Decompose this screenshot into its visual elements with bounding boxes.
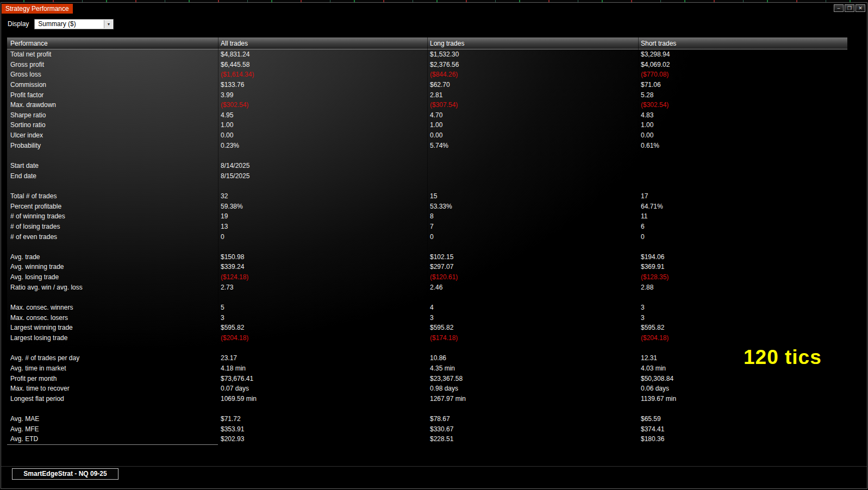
- row-value: ($844.26): [427, 70, 638, 80]
- row-value: [427, 242, 638, 252]
- column-header-short-trades: Short trades: [638, 37, 847, 49]
- row-value: 1.00: [638, 120, 847, 130]
- row-value: 3: [218, 313, 427, 323]
- row-label: End date: [7, 171, 218, 181]
- row-value: $595.82: [638, 323, 847, 333]
- row-value: 2.88: [638, 282, 847, 293]
- row-label: Commission: [7, 80, 218, 90]
- row-value: 5.74%: [427, 141, 638, 151]
- row-label: Ulcer index: [7, 130, 218, 141]
- row-label: [7, 343, 218, 354]
- tab-strip: SmartEdgeStrat - NQ 09-25: [1, 466, 867, 488]
- row-value: $228.51: [427, 434, 638, 444]
- row-label: Avg. # of trades per day: [7, 353, 218, 363]
- display-dropdown[interactable]: Summary ($) ▼: [34, 19, 114, 29]
- table-row: Longest flat period1069.59 min1267.97 mi…: [7, 394, 847, 404]
- row-value: 4.18 min: [218, 363, 427, 374]
- row-value: $194.06: [638, 252, 847, 262]
- row-label: # of winning trades: [7, 211, 218, 222]
- table-row: Avg. time in market4.18 min4.35 min4.03 …: [7, 363, 847, 374]
- minimize-button[interactable]: –: [834, 4, 844, 12]
- table-row: Ratio avg. win / avg. loss2.732.462.88: [7, 282, 847, 293]
- table-row: Sortino ratio1.001.001.00: [7, 120, 847, 130]
- row-value: [427, 150, 638, 161]
- table-spacer-row: [7, 343, 847, 354]
- row-label: Profit per month: [7, 374, 218, 384]
- row-label: Max. consec. losers: [7, 313, 218, 323]
- row-value: $71.72: [218, 414, 427, 424]
- chevron-down-icon[interactable]: ▼: [104, 20, 113, 28]
- row-value: ($120.61): [427, 272, 638, 282]
- table-row: # of winning trades19811: [7, 211, 847, 222]
- table-row: Avg. trade$150.98$102.15$194.06: [7, 252, 847, 262]
- row-value: [218, 343, 427, 354]
- row-value: ($770.08): [638, 70, 847, 80]
- row-value: [638, 404, 847, 414]
- row-value: 5: [218, 303, 427, 313]
- row-label: # of losing trades: [7, 222, 218, 232]
- row-label: Start date: [7, 161, 218, 171]
- row-value: [427, 343, 638, 354]
- row-label: Max. drawdown: [7, 100, 218, 110]
- row-value: $595.82: [218, 323, 427, 333]
- row-label: [7, 181, 218, 191]
- row-value: 0: [218, 232, 427, 242]
- row-value: ($1,614.34): [218, 70, 427, 80]
- table-row: Profit per month$73,676.41$23,367.58$50,…: [7, 374, 847, 384]
- row-value: $374.41: [638, 424, 847, 435]
- tab-smartedgestrat-nq-09-25[interactable]: SmartEdgeStrat - NQ 09-25: [12, 468, 118, 480]
- close-button[interactable]: ✕: [855, 4, 865, 12]
- row-value: [638, 181, 847, 191]
- row-value: [218, 292, 427, 303]
- row-value: 15: [427, 191, 638, 202]
- row-value: 0.23%: [218, 141, 427, 151]
- row-value: 0.00: [218, 130, 427, 141]
- table-row: Avg. losing trade($124.18)($120.61)($128…: [7, 272, 847, 282]
- row-value: 1.00: [218, 120, 427, 130]
- table-spacer-row: [7, 292, 847, 303]
- table-row: Avg. MAE$71.72$78.67$65.59: [7, 414, 847, 424]
- row-value: 0: [638, 232, 847, 242]
- row-value: $23,367.58: [427, 374, 638, 384]
- table-row: Avg. ETD$202.93$228.51$180.36: [7, 434, 847, 444]
- row-value: $297.07: [427, 262, 638, 272]
- row-value: [638, 171, 847, 181]
- row-label: Avg. losing trade: [7, 272, 218, 282]
- table-row: # of even trades000: [7, 232, 847, 242]
- maximize-button[interactable]: ❐: [845, 4, 854, 12]
- table-row: Start date8/14/2025: [7, 161, 847, 171]
- row-label: [7, 242, 218, 252]
- row-value: ($307.54): [427, 100, 638, 110]
- row-value: ($128.35): [638, 272, 847, 282]
- table-spacer-row: [7, 242, 847, 252]
- row-value: 19: [218, 211, 427, 222]
- table-row: Max. consec. losers333: [7, 313, 847, 323]
- row-value: [427, 181, 638, 191]
- table-row: End date8/15/2025: [7, 171, 847, 181]
- row-label: [7, 404, 218, 414]
- row-value: 4: [427, 303, 638, 313]
- row-value: [427, 171, 638, 181]
- row-value: $1,532.30: [427, 49, 638, 60]
- title-bar[interactable]: Strategy Performance – ❐ ✕: [1, 3, 867, 14]
- row-value: 53.33%: [427, 202, 638, 212]
- row-value: $102.15: [427, 252, 638, 262]
- row-value: $62.70: [427, 80, 638, 90]
- row-value: $133.76: [218, 80, 427, 90]
- row-value: $369.91: [638, 262, 847, 272]
- row-value: 59.38%: [218, 202, 427, 212]
- table-spacer-row: [7, 181, 847, 191]
- row-value: [427, 161, 638, 171]
- table-row: Avg. winning trade$339.24$297.07$369.91: [7, 262, 847, 272]
- row-label: Sortino ratio: [7, 120, 218, 130]
- row-value: $353.91: [218, 424, 427, 435]
- row-value: [638, 161, 847, 171]
- row-value: 23.17: [218, 353, 427, 363]
- row-value: $65.59: [638, 414, 847, 424]
- row-value: $150.98: [218, 252, 427, 262]
- row-value: 10.86: [427, 353, 638, 363]
- row-value: 1139.67 min: [638, 394, 847, 404]
- table-row: Sharpe ratio4.954.704.83: [7, 110, 847, 121]
- table-row: Gross profit$6,445.58$2,376.56$4,069.02: [7, 60, 847, 70]
- row-value: [218, 181, 427, 191]
